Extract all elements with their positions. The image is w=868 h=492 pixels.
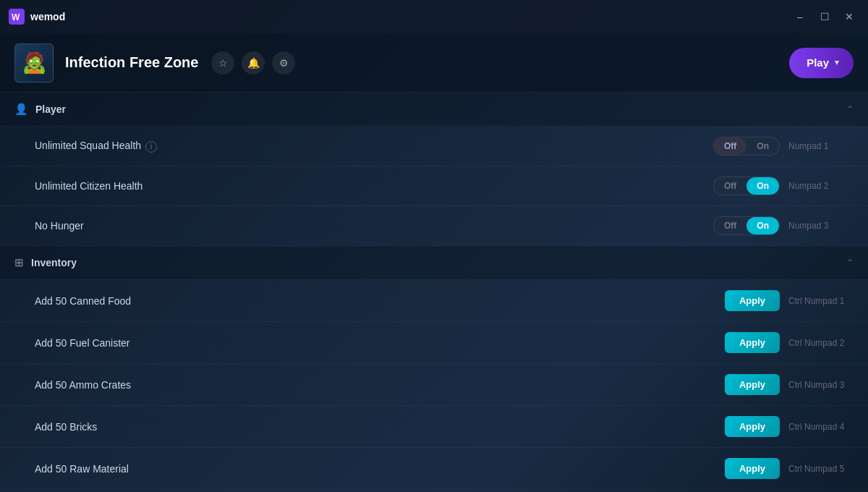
window-controls: – ☐ ✕	[790, 7, 859, 27]
cheat-row-inventory-0: Add 50 Canned Food Apply Ctrl Numpad 1	[0, 280, 868, 322]
shortcut-label-inventory-3: Ctrl Numpad 4	[788, 422, 854, 432]
favorite-button[interactable]: ☆	[211, 51, 234, 75]
toggle-off-player-2[interactable]: Off	[714, 217, 746, 234]
play-label: Play	[807, 56, 829, 69]
cheat-name-inventory-0: Add 50 Canned Food	[35, 295, 725, 307]
toggle-on-player-0[interactable]: On	[746, 137, 779, 155]
app-logo: W wemod	[9, 9, 65, 25]
app-name: wemod	[30, 11, 65, 22]
play-button[interactable]: Play ▾	[789, 48, 854, 78]
section-title-inventory: Inventory	[31, 257, 77, 268]
tune-button[interactable]: ⚙	[272, 51, 295, 75]
cheat-controls-inventory-4: Apply Ctrl Numpad 5	[725, 458, 854, 479]
shortcut-label-inventory-4: Ctrl Numpad 5	[788, 464, 854, 474]
svg-text:W: W	[12, 12, 20, 22]
cheat-controls-inventory-0: Apply Ctrl Numpad 1	[725, 290, 854, 311]
cheat-name-player-1: Unlimited Citizen Health	[35, 180, 713, 192]
cheat-row-inventory-1: Add 50 Fuel Canister Apply Ctrl Numpad 2	[0, 322, 868, 364]
cheat-controls-player-1: Off On Numpad 2	[713, 177, 854, 195]
section-title-player: Player	[35, 103, 66, 115]
section-collapse-inventory[interactable]: ⌃	[846, 258, 854, 268]
minimize-button[interactable]: –	[790, 7, 810, 27]
close-button[interactable]: ✕	[839, 7, 859, 27]
apply-button-inventory-3[interactable]: Apply	[725, 416, 780, 437]
shortcut-label-player-0: Numpad 1	[788, 141, 854, 151]
shortcut-label-inventory-1: Ctrl Numpad 2	[788, 338, 854, 348]
cheat-name-inventory-4: Add 50 Raw Material	[35, 463, 725, 475]
notifications-button[interactable]: 🔔	[242, 51, 265, 75]
cheat-name-player-0: Unlimited Squad Healthi	[35, 140, 713, 153]
cheat-controls-inventory-2: Apply Ctrl Numpad 3	[725, 374, 854, 395]
cheat-name-inventory-3: Add 50 Bricks	[35, 421, 725, 433]
cheat-row-inventory-4: Add 50 Raw Material Apply Ctrl Numpad 5	[0, 448, 868, 490]
toggle-group-player-1: Off On	[713, 177, 780, 195]
cheat-controls-inventory-3: Apply Ctrl Numpad 4	[725, 416, 854, 437]
toggle-on-player-2[interactable]: On	[746, 217, 779, 234]
cheat-name-inventory-1: Add 50 Fuel Canister	[35, 337, 725, 349]
toggle-off-player-0[interactable]: Off	[714, 137, 746, 155]
section-collapse-player[interactable]: ⌃	[846, 104, 854, 114]
section-icon-player: 👤	[14, 103, 28, 116]
cheat-row-player-1: Unlimited Citizen Health Off On Numpad 2	[0, 166, 868, 206]
shortcut-label-player-1: Numpad 2	[788, 181, 854, 191]
titlebar: W wemod – ☐ ✕	[0, 0, 868, 33]
cheat-row-player-2: No Hunger Off On Numpad 3	[0, 206, 868, 246]
toggle-off-player-1[interactable]: Off	[714, 177, 746, 195]
shortcut-label-player-2: Numpad 3	[788, 221, 854, 231]
game-thumbnail: 🧟	[14, 43, 54, 82]
wemod-icon: W	[9, 9, 25, 25]
toggle-group-player-2: Off On	[713, 216, 780, 235]
game-header: 🧟 Infection Free Zone ☆ 🔔 ⚙ Play ▾	[0, 33, 868, 93]
game-thumbnail-icon: 🧟	[22, 51, 47, 75]
cheat-row-inventory-3: Add 50 Bricks Apply Ctrl Numpad 4	[0, 406, 868, 448]
maximize-button[interactable]: ☐	[814, 7, 835, 27]
main-content: 👤 Player ⌃ Unlimited Squad Healthi Off O…	[0, 93, 868, 492]
cheat-row-inventory-2: Add 50 Ammo Crates Apply Ctrl Numpad 3	[0, 364, 868, 406]
cheat-controls-player-0: Off On Numpad 1	[713, 137, 854, 156]
cheat-controls-inventory-1: Apply Ctrl Numpad 2	[725, 332, 854, 353]
game-actions: ☆ 🔔 ⚙	[211, 51, 295, 75]
toggle-group-player-0: Off On	[713, 137, 780, 156]
apply-button-inventory-4[interactable]: Apply	[725, 458, 780, 479]
apply-button-inventory-0[interactable]: Apply	[725, 290, 780, 311]
cheat-name-inventory-2: Add 50 Ammo Crates	[35, 379, 725, 391]
game-title: Infection Free Zone	[65, 54, 198, 71]
toggle-on-player-1[interactable]: On	[746, 177, 779, 195]
apply-button-inventory-2[interactable]: Apply	[725, 374, 780, 395]
cheat-controls-player-2: Off On Numpad 3	[713, 216, 854, 235]
section-header-player: 👤 Player ⌃	[0, 93, 868, 127]
section-icon-inventory: ⊞	[14, 256, 24, 269]
shortcut-label-inventory-2: Ctrl Numpad 3	[788, 380, 854, 390]
info-icon-player-0[interactable]: i	[145, 141, 157, 153]
shortcut-label-inventory-0: Ctrl Numpad 1	[788, 296, 854, 306]
section-header-inventory: ⊞ Inventory ⌃	[0, 246, 868, 280]
apply-button-inventory-1[interactable]: Apply	[725, 332, 780, 353]
cheat-row-player-0: Unlimited Squad Healthi Off On Numpad 1	[0, 127, 868, 166]
cheat-name-player-2: No Hunger	[35, 220, 713, 232]
play-chevron-icon: ▾	[835, 58, 839, 67]
